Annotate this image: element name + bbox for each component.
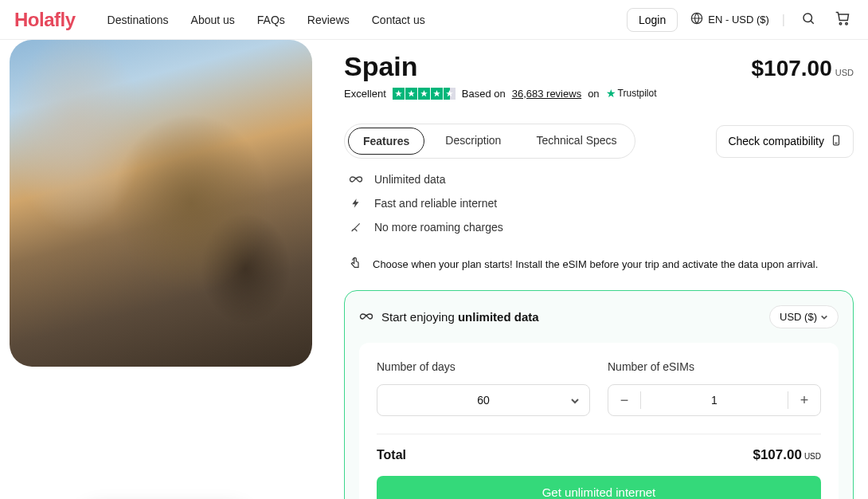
purchase-panel: Start enjoying unlimited data USD ($) Nu… [344, 290, 854, 499]
nav-destinations[interactable]: Destinations [108, 14, 169, 26]
tab-tech-specs[interactable]: Technical Specs [522, 128, 631, 155]
cart-button[interactable] [831, 7, 854, 32]
quantity-stepper: − 1 + [608, 384, 821, 416]
chevron-down-icon [820, 311, 828, 323]
page-title: Spain [344, 51, 418, 82]
days-label: Number of days [377, 360, 590, 373]
infinity-icon [359, 310, 373, 324]
quantity-value: 1 [641, 394, 788, 407]
tap-icon [349, 256, 363, 273]
based-on-label: Based on [462, 88, 506, 100]
main-nav: Destinations About us FAQs Reviews Conta… [108, 14, 425, 26]
bolt-icon [349, 197, 363, 210]
brand-logo[interactable]: Holafly [14, 9, 76, 31]
nav-faqs[interactable]: FAQs [257, 14, 285, 26]
globe-icon [690, 12, 703, 27]
search-button[interactable] [798, 8, 819, 31]
tab-description[interactable]: Description [431, 128, 515, 155]
locale-selector[interactable]: EN - USD ($) [690, 12, 769, 27]
rating-row: Excellent Based on 36,683 reviews on ★ T… [344, 87, 854, 100]
chevron-down-icon [570, 393, 580, 407]
destination-image [10, 40, 312, 367]
svg-point-1 [803, 14, 812, 22]
get-internet-button[interactable]: Get unlimited internet [377, 476, 821, 499]
days-select[interactable]: 60 [377, 384, 590, 416]
increment-button[interactable]: + [788, 385, 820, 415]
trustpilot-badge[interactable]: ★ Trustpilot [606, 87, 657, 100]
check-compatibility-button[interactable]: Check compatibility [716, 125, 854, 158]
trustpilot-star-icon: ★ [606, 87, 616, 100]
total-amount: $107.00USD [753, 447, 821, 463]
star-icon [418, 88, 430, 100]
currency-selector[interactable]: USD ($) [769, 305, 839, 328]
on-label: on [588, 88, 599, 100]
product-tabs: Features Description Technical Specs [344, 124, 635, 159]
svg-point-3 [846, 22, 848, 24]
star-icon [393, 88, 405, 100]
no-roaming-icon [349, 221, 363, 234]
feature-unlimited: Unlimited data [349, 173, 854, 186]
phone-check-icon [831, 134, 842, 149]
activation-note: Choose when your plan starts! Install th… [344, 256, 854, 273]
header-price: $107.00USD [752, 56, 854, 81]
panel-heading: Start enjoying unlimited data [381, 310, 539, 324]
feature-noroaming: No more roaming charges [349, 221, 854, 234]
nav-about[interactable]: About us [191, 14, 235, 26]
decrement-button[interactable]: − [608, 385, 640, 415]
star-icon [431, 88, 443, 100]
infinity-icon [349, 175, 363, 184]
feature-fast: Fast and reliable internet [349, 197, 854, 210]
rating-label: Excellent [344, 88, 386, 100]
site-header: Holafly Destinations About us FAQs Revie… [0, 0, 868, 40]
search-icon [801, 11, 815, 28]
star-icon [405, 88, 417, 100]
nav-reviews[interactable]: Reviews [307, 14, 350, 26]
login-button[interactable]: Login [627, 8, 678, 32]
total-label: Total [377, 448, 406, 462]
reviews-link[interactable]: 36,683 reviews [512, 88, 581, 100]
esims-label: Number of eSIMs [608, 360, 821, 373]
nav-contact[interactable]: Contact us [372, 14, 425, 26]
svg-point-2 [839, 22, 842, 24]
star-half-icon [444, 88, 456, 100]
locale-label: EN - USD ($) [708, 14, 769, 26]
cart-icon [835, 10, 850, 29]
star-rating [393, 88, 456, 100]
tab-features[interactable]: Features [348, 128, 424, 155]
